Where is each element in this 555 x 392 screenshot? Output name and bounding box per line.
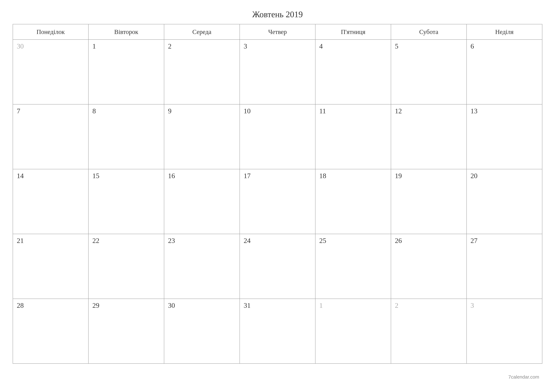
weekday-header: Понеділок	[13, 24, 88, 40]
calendar-title: Жовтень 2019	[13, 9, 542, 19]
calendar-day-cell: 6	[467, 40, 542, 104]
calendar-day-cell: 26	[391, 234, 467, 299]
calendar-day-cell: 17	[240, 169, 315, 234]
calendar-day-cell: 13	[467, 104, 542, 169]
calendar-day-cell: 24	[240, 234, 315, 299]
weekday-header: Вівторок	[88, 24, 164, 40]
calendar-day-cell: 3	[467, 299, 542, 363]
weekday-header: Четвер	[240, 24, 315, 40]
calendar-day-cell: 3	[240, 40, 315, 104]
calendar-week-row: 7 8 9 10 11 12 13	[13, 104, 542, 169]
calendar-day-cell: 23	[164, 234, 240, 299]
calendar-day-cell: 8	[88, 104, 164, 169]
weekday-header: Неділя	[467, 24, 542, 40]
calendar-day-cell: 27	[467, 234, 542, 299]
calendar-table: Понеділок Вівторок Середа Четвер П'ятниц…	[13, 24, 542, 364]
calendar-day-cell: 20	[467, 169, 542, 234]
weekday-header: П'ятниця	[315, 24, 391, 40]
calendar-week-row: 28 29 30 31 1 2 3	[13, 299, 542, 363]
calendar-day-cell: 5	[391, 40, 467, 104]
calendar-day-cell: 2	[391, 299, 467, 363]
calendar-day-cell: 11	[315, 104, 391, 169]
calendar-day-cell: 22	[88, 234, 164, 299]
calendar-day-cell: 1	[315, 299, 391, 363]
calendar-body: 30 1 2 3 4 5 6 7 8 9 10 11 12 13 14 15 1…	[13, 40, 542, 363]
calendar-week-row: 30 1 2 3 4 5 6	[13, 40, 542, 104]
calendar-day-cell: 31	[240, 299, 315, 363]
calendar-day-cell: 7	[13, 104, 88, 169]
calendar-day-cell: 16	[164, 169, 240, 234]
weekday-header: Середа	[164, 24, 240, 40]
calendar-day-cell: 1	[88, 40, 164, 104]
calendar-week-row: 21 22 23 24 25 26 27	[13, 234, 542, 299]
calendar-day-cell: 10	[240, 104, 315, 169]
calendar-day-cell: 21	[13, 234, 88, 299]
calendar-day-cell: 15	[88, 169, 164, 234]
weekday-header-row: Понеділок Вівторок Середа Четвер П'ятниц…	[13, 24, 542, 40]
calendar-day-cell: 4	[315, 40, 391, 104]
footer-credit: 7calendar.com	[508, 374, 539, 380]
calendar-day-cell: 2	[164, 40, 240, 104]
calendar-day-cell: 9	[164, 104, 240, 169]
calendar-day-cell: 29	[88, 299, 164, 363]
calendar-week-row: 14 15 16 17 18 19 20	[13, 169, 542, 234]
calendar-day-cell: 28	[13, 299, 88, 363]
calendar-day-cell: 14	[13, 169, 88, 234]
calendar-day-cell: 12	[391, 104, 467, 169]
calendar-day-cell: 30	[164, 299, 240, 363]
weekday-header: Субота	[391, 24, 467, 40]
calendar-day-cell: 30	[13, 40, 88, 104]
calendar-day-cell: 25	[315, 234, 391, 299]
calendar-day-cell: 19	[391, 169, 467, 234]
calendar-day-cell: 18	[315, 169, 391, 234]
